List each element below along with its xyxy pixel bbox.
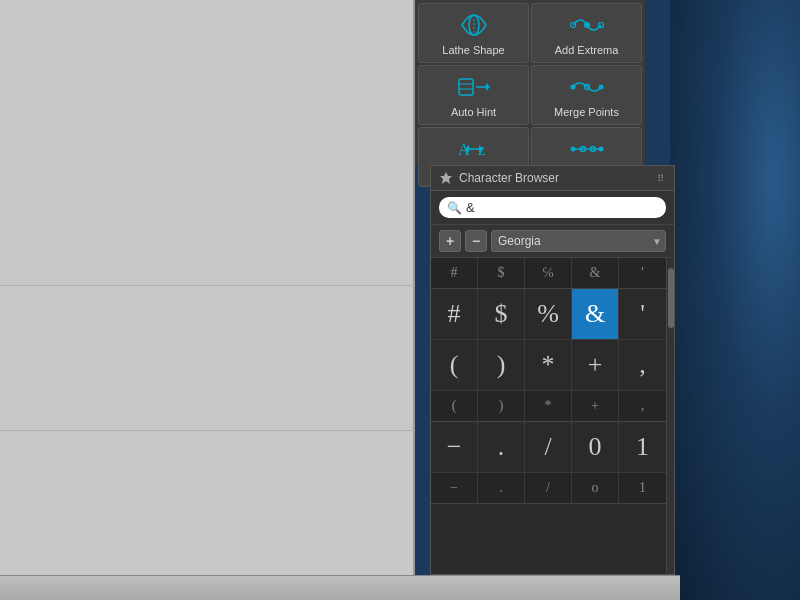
workspace-line-2 <box>0 430 415 431</box>
char-row-ref-2: ( ) * + , <box>431 391 666 422</box>
track-kern-icon: A z <box>456 134 492 164</box>
svg-text:z: z <box>478 141 485 158</box>
svg-point-19 <box>570 147 575 152</box>
merge-points-icon <box>569 72 605 102</box>
char-cell-ref[interactable]: 1 <box>619 473 666 503</box>
char-cell-ref[interactable]: o <box>572 473 619 503</box>
char-cell-ref[interactable]: ) <box>478 391 525 421</box>
char-scrollbar-thumb[interactable] <box>668 268 674 328</box>
char-cell-ref[interactable]: $ <box>478 258 525 288</box>
remove-char-button[interactable]: − <box>465 230 487 252</box>
char-cell-ref[interactable]: , <box>619 391 666 421</box>
char-cell[interactable]: − <box>431 422 478 472</box>
char-cell-selected[interactable]: & <box>572 289 619 339</box>
character-browser-panel: Character Browser ⠿ 🔍 + − Georgia Arial … <box>430 165 675 575</box>
search-box[interactable]: 🔍 <box>439 197 666 218</box>
add-extrema-button[interactable]: Add Extrema <box>531 3 642 63</box>
search-input[interactable] <box>466 200 658 215</box>
merge-points-label: Merge Points <box>554 106 619 118</box>
pin-icon <box>439 171 453 185</box>
add-extrema-icon <box>569 10 605 40</box>
svg-marker-9 <box>486 83 490 91</box>
char-cell[interactable]: # <box>431 289 478 339</box>
char-cell[interactable]: % <box>525 289 572 339</box>
lathe-shape-icon <box>456 10 492 40</box>
merge-points-button[interactable]: Merge Points <box>531 65 642 125</box>
char-cell[interactable]: ) <box>478 340 525 390</box>
char-cell-ref[interactable]: # <box>431 258 478 288</box>
char-cell-ref[interactable]: ' <box>619 258 666 288</box>
char-browser-search-area: 🔍 <box>431 191 674 225</box>
add-char-button[interactable]: + <box>439 230 461 252</box>
auto-hint-label: Auto Hint <box>451 106 496 118</box>
char-cell[interactable]: ' <box>619 289 666 339</box>
font-select[interactable]: Georgia Arial Times New Roman <box>491 230 666 252</box>
char-grid: # $ ℅ & ' # $ % & ' ( ) * + , <box>431 258 666 574</box>
svg-point-10 <box>570 85 575 90</box>
workspace-line-1 <box>0 285 415 286</box>
bottom-bar <box>0 575 680 600</box>
char-cell[interactable]: 0 <box>572 422 619 472</box>
char-cell[interactable]: / <box>525 422 572 472</box>
auto-hint-button[interactable]: Auto Hint <box>418 65 529 125</box>
svg-point-22 <box>598 147 603 152</box>
svg-point-2 <box>584 22 590 28</box>
char-cell-ref[interactable]: * <box>525 391 572 421</box>
svg-marker-23 <box>440 172 452 184</box>
char-cell-ref[interactable]: . <box>478 473 525 503</box>
char-cell[interactable]: . <box>478 422 525 472</box>
char-cell-ref[interactable]: ( <box>431 391 478 421</box>
char-grid-area: # $ ℅ & ' # $ % & ' ( ) * + , <box>431 258 674 574</box>
char-cell[interactable]: 1 <box>619 422 666 472</box>
char-cell-ref[interactable]: ℅ <box>525 258 572 288</box>
char-cell[interactable]: + <box>572 340 619 390</box>
char-cell-ref[interactable]: − <box>431 473 478 503</box>
lathe-shape-label: Lathe Shape <box>442 44 504 56</box>
add-extrema-label: Add Extrema <box>555 44 619 56</box>
char-cell[interactable]: * <box>525 340 572 390</box>
lathe-shape-button[interactable]: Lathe Shape <box>418 3 529 63</box>
char-row-2: ( ) * + , <box>431 340 666 391</box>
char-cell[interactable]: ( <box>431 340 478 390</box>
grip-icon: ⠿ <box>657 173 666 184</box>
search-icon: 🔍 <box>447 201 462 215</box>
font-select-wrapper: Georgia Arial Times New Roman ▼ <box>491 230 666 252</box>
char-cell[interactable]: $ <box>478 289 525 339</box>
char-scrollbar[interactable] <box>666 258 674 574</box>
background-gradient <box>670 0 800 600</box>
char-cell-ref[interactable]: & <box>572 258 619 288</box>
char-browser-controls: + − Georgia Arial Times New Roman ▼ <box>431 225 674 258</box>
auto-hint-icon <box>456 72 492 102</box>
char-cell-ref[interactable]: + <box>572 391 619 421</box>
svg-rect-5 <box>459 79 473 95</box>
char-cell-ref[interactable]: / <box>525 473 572 503</box>
toolbar-panel: Lathe Shape Add Extrema Auto Hint <box>415 0 645 165</box>
char-browser-header: Character Browser ⠿ <box>431 166 674 191</box>
char-row-3: − . / 0 1 <box>431 422 666 473</box>
char-row-1: # $ % & ' <box>431 289 666 340</box>
char-browser-title: Character Browser <box>459 171 651 185</box>
align-points-icon <box>569 134 605 164</box>
workspace-canvas <box>0 0 415 575</box>
svg-point-12 <box>598 85 603 90</box>
char-row-ref-3: − . / o 1 <box>431 473 666 504</box>
char-row-ref-1: # $ ℅ & ' <box>431 258 666 289</box>
char-cell[interactable]: , <box>619 340 666 390</box>
